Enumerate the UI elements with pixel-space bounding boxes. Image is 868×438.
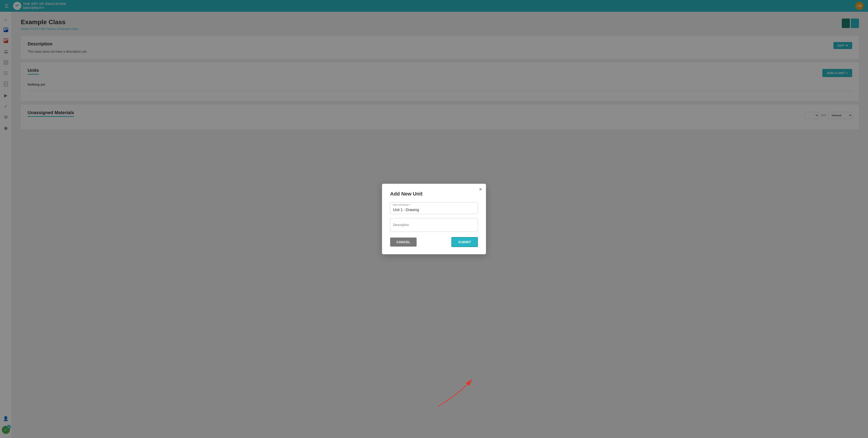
- cancel-button[interactable]: CANCEL: [390, 238, 416, 247]
- modal-actions: CANCEL SUBMIT: [390, 237, 478, 247]
- description-field-group: [390, 218, 478, 232]
- unit-name-field-group: New Unit Name *: [390, 202, 478, 214]
- add-new-unit-modal: × Add New Unit New Unit Name * CANCEL SU…: [382, 184, 486, 254]
- modal-title: Add New Unit: [390, 191, 478, 197]
- modal-close-button[interactable]: ×: [479, 187, 482, 192]
- arrow-annotation: [429, 375, 479, 411]
- unit-name-label: New Unit Name *: [393, 204, 410, 206]
- submit-button[interactable]: SUBMIT: [452, 237, 478, 247]
- description-input[interactable]: [390, 218, 478, 232]
- modal-overlay: × Add New Unit New Unit Name * CANCEL SU…: [0, 0, 868, 438]
